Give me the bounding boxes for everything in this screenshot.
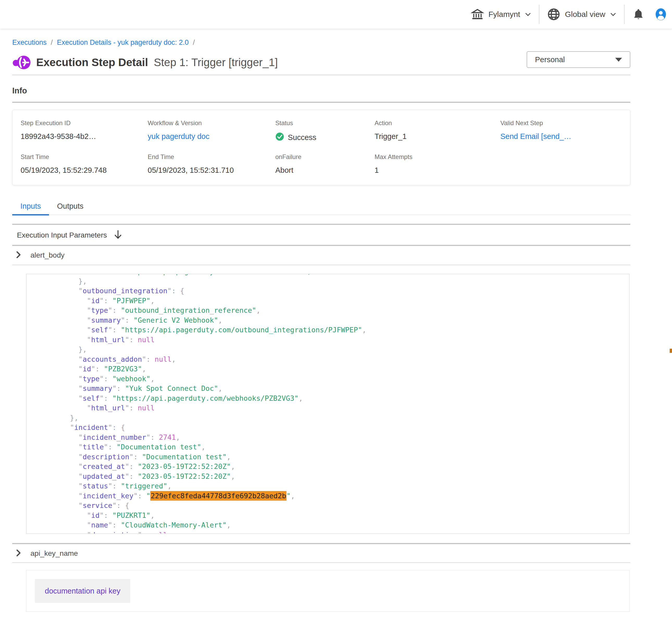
tab-outputs[interactable]: Outputs <box>49 202 92 215</box>
chevron-down-icon <box>524 11 531 18</box>
param-row-alert-body[interactable]: alert_body <box>12 249 630 261</box>
breadcrumb: Executions / Execution Details - yuk pag… <box>12 38 630 46</box>
alert-body-json-viewer[interactable]: "self": "https://api.pagerduty.com/servi… <box>26 274 629 534</box>
workflow-step-icon <box>12 53 31 72</box>
param-row-api-key-name[interactable]: api_key_name <box>12 547 630 559</box>
divider <box>12 245 630 246</box>
api-key-name-chip[interactable]: documentation api key <box>35 579 130 603</box>
caret-down-icon <box>615 58 622 62</box>
divider <box>12 562 630 563</box>
field-max-attempts: Max Attempts 1 <box>374 153 500 175</box>
execution-input-parameters-label: Execution Input Parameters <box>17 231 107 239</box>
page-subtitle: Step 1: Trigger [trigger_1] <box>154 56 278 69</box>
tab-bar: Inputs Outputs <box>12 202 630 215</box>
divider <box>12 102 630 103</box>
top-bar: Fylamynt Global view <box>0 0 672 29</box>
breadcrumb-executions[interactable]: Executions <box>12 38 47 46</box>
execution-input-parameters-row: Execution Input Parameters <box>12 229 630 241</box>
next-step-link[interactable]: Send Email [send_… <box>500 132 630 141</box>
org-menu[interactable]: Fylamynt <box>471 8 531 21</box>
field-end-time: End Time 05/19/2023, 15:52:31.710 <box>148 153 275 175</box>
breadcrumb-separator: / <box>51 38 53 46</box>
divider <box>12 543 630 544</box>
view-label: Global view <box>565 10 605 19</box>
chevron-right-icon <box>15 251 22 260</box>
field-action: Action Trigger_1 <box>374 119 500 143</box>
topbar-divider <box>624 5 624 24</box>
workflow-link[interactable]: yuk pagerduty doc <box>148 132 275 141</box>
topbar-divider <box>539 5 539 24</box>
title-row: Execution Step Detail Step 1: Trigger [t… <box>12 52 630 73</box>
divider <box>12 75 630 75</box>
scope-select-value: Personal <box>535 56 615 64</box>
field-status: Status Success <box>275 119 374 143</box>
field-workflow-version: Workflow & Version yuk pagerduty doc <box>148 119 275 143</box>
scrollbar-find-marker <box>670 349 672 353</box>
organization-icon <box>471 8 484 21</box>
field-step-execution-id: Step Execution ID 18992a43-9538-4b2… <box>20 119 148 143</box>
info-card: Step Execution ID 18992a43-9538-4b2… Wor… <box>12 110 630 185</box>
status-badge: Success <box>288 133 317 142</box>
api-key-name-value-box: documentation api key <box>26 570 629 612</box>
field-valid-next-step: Valid Next Step Send Email [send_… <box>500 119 630 143</box>
main-content: Executions / Execution Details - yuk pag… <box>12 29 630 618</box>
success-check-icon <box>275 132 284 143</box>
divider <box>12 224 630 225</box>
download-arrow-icon[interactable] <box>114 230 122 240</box>
notifications-button[interactable] <box>632 8 645 21</box>
info-heading: Info <box>12 86 630 96</box>
field-start-time: Start Time 05/19/2023, 15:52:29.748 <box>20 153 148 175</box>
scope-select[interactable]: Personal <box>527 51 630 68</box>
param-label-alert-body: alert_body <box>30 251 65 260</box>
param-label-api-key-name: api_key_name <box>30 549 78 557</box>
chevron-right-icon <box>15 549 22 558</box>
divider <box>12 265 630 265</box>
org-label: Fylamynt <box>488 10 520 19</box>
globe-icon <box>547 7 561 21</box>
tab-inputs[interactable]: Inputs <box>12 202 49 215</box>
page-title: Execution Step Detail <box>36 56 148 69</box>
breadcrumb-execution-details[interactable]: Execution Details - yuk pagerduty doc: 2… <box>57 38 189 46</box>
view-menu[interactable]: Global view <box>547 7 617 21</box>
breadcrumb-separator: / <box>193 38 195 46</box>
code-content: "self": "https://api.pagerduty.com/servi… <box>26 274 629 534</box>
field-onfailure: onFailure Abort <box>275 153 374 175</box>
user-avatar[interactable] <box>654 8 667 21</box>
chevron-down-icon <box>609 11 617 18</box>
